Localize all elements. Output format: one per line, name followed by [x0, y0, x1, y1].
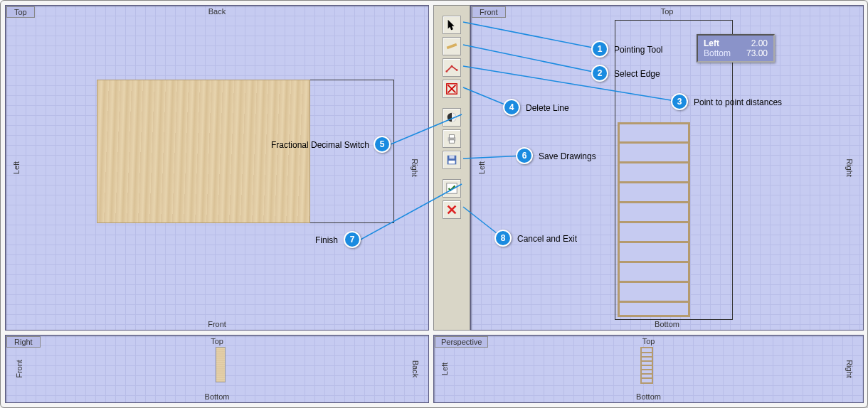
callout-text-8: Cancel and Exit — [517, 234, 577, 244]
print-button[interactable] — [443, 129, 461, 148]
callout-text-6: Save Drawings — [539, 151, 596, 161]
svg-point-3 — [456, 69, 458, 71]
viewport-perspective[interactable]: Perspective Top Bottom Left Right — [433, 335, 864, 403]
svg-rect-9 — [449, 135, 454, 139]
shelf-unit[interactable] — [618, 122, 690, 317]
edge-label-left: Left — [12, 161, 21, 174]
callout-text-3: Point to point distances — [694, 97, 782, 107]
select-edge-button[interactable] — [443, 37, 461, 55]
viewport-front[interactable]: Front Top Bottom Left Right — [470, 5, 864, 331]
edge-label-back: Back — [411, 360, 420, 377]
callout-bubble-8: 8 — [494, 230, 512, 247]
edge-label-top: Top — [661, 7, 674, 16]
info-key: Bottom — [704, 48, 731, 58]
edge-label-right: Right — [411, 159, 419, 177]
viewport-title: Right — [6, 336, 41, 348]
callout-bubble-1: 1 — [591, 41, 608, 58]
edge-label-right: Right — [845, 360, 854, 378]
callout-text-4: Delete Line — [526, 103, 569, 113]
edge-label-bottom: Bottom — [205, 392, 230, 401]
distance-icon — [445, 61, 458, 74]
edge-label-right: Right — [845, 159, 854, 177]
edge-label-bottom: Bottom — [636, 392, 661, 401]
edge-label-top: Top — [211, 337, 223, 345]
svg-rect-12 — [449, 156, 454, 159]
frac-dec-icon — [445, 111, 458, 124]
svg-point-1 — [445, 70, 448, 73]
floppy-icon — [445, 154, 458, 166]
callout-text-2: Select Edge — [614, 69, 660, 79]
distance-button[interactable] — [443, 58, 461, 77]
callout-text-7: Finish — [315, 235, 338, 245]
edge-label-back: Back — [208, 7, 226, 16]
save-button[interactable] — [443, 151, 461, 169]
info-row: Bottom 73.00 — [704, 48, 768, 58]
viewport-title: Front — [472, 6, 506, 18]
thumb-board[interactable] — [216, 347, 226, 382]
info-key: Left — [704, 38, 719, 48]
check-icon — [445, 182, 458, 195]
thumb-shelf[interactable] — [640, 347, 653, 384]
app-window: Top Back Front Left Right — [0, 0, 868, 408]
callout-bubble-6: 6 — [516, 147, 533, 164]
edge-icon — [445, 40, 458, 53]
edge-label-bottom: Bottom — [655, 320, 679, 328]
callout-bubble-3: 3 — [671, 93, 688, 110]
finish-button[interactable] — [443, 179, 461, 198]
edge-label-top: Top — [642, 337, 655, 345]
viewport-right[interactable]: Right Top Bottom Front Back — [5, 335, 429, 403]
callout-bubble-2: 2 — [591, 65, 608, 82]
info-val: 73.00 — [746, 48, 768, 58]
info-val: 2.00 — [751, 38, 768, 48]
coord-info-box: Left 2.00 Bottom 73.00 — [697, 34, 775, 63]
edge-label-front: Front — [15, 360, 23, 378]
edge-label-front: Front — [208, 320, 226, 328]
callout-text-1: Pointing Tool — [614, 45, 663, 55]
callout-bubble-5: 5 — [374, 136, 391, 153]
delete-line-icon — [445, 82, 458, 95]
svg-rect-0 — [447, 43, 457, 49]
close-icon — [445, 203, 458, 216]
delete-line-button[interactable] — [443, 80, 461, 98]
viewport-top[interactable]: Top Back Front Left Right — [5, 5, 429, 331]
svg-rect-13 — [449, 161, 455, 164]
viewport-title: Top — [6, 6, 35, 18]
cursor-icon — [445, 18, 458, 31]
edge-label-left: Left — [440, 363, 449, 375]
svg-point-2 — [451, 65, 453, 68]
callout-text-5: Fractional Decimal Switch — [241, 140, 369, 150]
viewport-title: Perspective — [435, 336, 488, 348]
board-wood-face[interactable] — [97, 80, 310, 223]
callout-bubble-4: 4 — [503, 99, 520, 116]
printer-icon — [445, 132, 458, 145]
cancel-button[interactable] — [443, 200, 461, 219]
pointer-tool-button[interactable] — [443, 16, 461, 34]
edge-label-left: Left — [477, 161, 486, 174]
toolbar — [433, 5, 470, 331]
info-row: Left 2.00 — [704, 38, 768, 48]
frac-dec-switch-button[interactable] — [443, 108, 461, 127]
callout-bubble-7: 7 — [344, 231, 361, 248]
svg-rect-10 — [449, 140, 454, 144]
